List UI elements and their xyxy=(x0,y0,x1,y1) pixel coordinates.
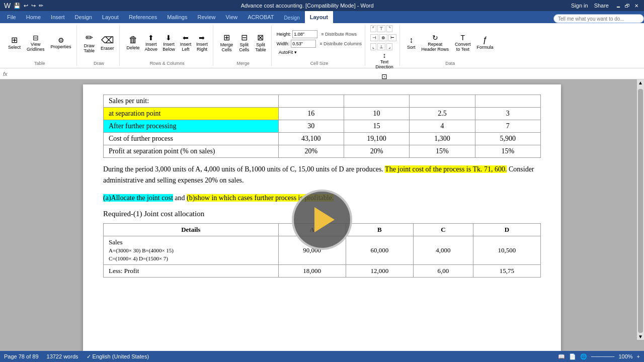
insert-right-btn[interactable]: ➡InsertRight xyxy=(194,33,210,53)
repeat-header-btn[interactable]: ↻RepeatHeader Rows xyxy=(420,33,451,53)
save-icon[interactable]: 💾 xyxy=(14,3,21,9)
redo-icon[interactable]: ↪ xyxy=(31,3,36,9)
table-row: Less: Profit 18,000 12,000 6,00 15,75 xyxy=(104,265,541,278)
tab-mailings[interactable]: Mailings xyxy=(162,11,192,23)
sales-b-val: 60,000 xyxy=(346,236,413,265)
psp-d-val: 15% xyxy=(475,145,540,158)
tab-acrobat[interactable]: ACROBAT xyxy=(243,11,279,23)
ribbon-tabs: File Home Insert Design Layout Reference… xyxy=(0,11,644,23)
insert-left-btn[interactable]: ⬅InsertLeft xyxy=(178,33,194,53)
split-cells-btn[interactable]: ⊟SplitCells xyxy=(237,32,251,53)
sales-c-val: 4,000 xyxy=(413,236,473,265)
profit-c-val: 6,00 xyxy=(413,265,473,278)
delete-btn[interactable]: 🗑Delete xyxy=(125,34,142,51)
align-br-btn[interactable]: ⌟ xyxy=(386,43,392,50)
table-row: at separation point 16 10 2.5 3 xyxy=(104,108,541,120)
scroll-thumb[interactable] xyxy=(638,89,643,333)
ribbon-group-data: ↕Sort ↻RepeatHeader Rows TConvertto Text… xyxy=(402,25,499,66)
paragraph-1: During the period 3,000 units of A, 4,00… xyxy=(103,164,541,187)
tab-references[interactable]: References xyxy=(124,11,162,23)
select-btn[interactable]: ⊞Select xyxy=(6,34,23,51)
height-input[interactable] xyxy=(292,30,317,38)
restore-btn[interactable]: 🗗 xyxy=(624,2,631,9)
title-bar-left: W 💾 ↩ ↪ ✏ xyxy=(4,2,43,10)
undo-icon[interactable]: ↩ xyxy=(24,3,28,9)
separation-point-cell: at separation point xyxy=(104,108,279,120)
scroll-up-btn[interactable]: ▲ xyxy=(637,80,643,86)
align-ml-btn[interactable]: ⊣ xyxy=(370,34,378,41)
convert-to-text-btn[interactable]: TConvertto Text xyxy=(453,33,473,53)
text-direction-btn[interactable]: ↕TextDirection xyxy=(373,50,395,70)
align-mr-btn[interactable]: ⊢ xyxy=(388,34,396,41)
zoom-in-btn[interactable]: + xyxy=(637,353,640,359)
cfp-c-val: 1,300 xyxy=(410,133,475,145)
formula-btn[interactable]: ƒFormula xyxy=(475,35,496,51)
eraser-btn[interactable]: ⌫Eraser xyxy=(99,34,116,52)
insert-below-btn[interactable]: ⬇InsertBelow xyxy=(160,33,177,53)
align-btns-row3: ⌞ ⊥ ⌟ xyxy=(370,43,392,50)
merge-cells-btn[interactable]: ⊞MergeCells xyxy=(218,32,235,53)
draw-table-btn[interactable]: ✏DrawTable xyxy=(82,31,97,54)
tab-table-layout[interactable]: Layout xyxy=(305,11,333,23)
status-left: Page 78 of 89 13722 words ✓ English (Uni… xyxy=(4,353,149,360)
scrollbar[interactable]: ▲ ▼ xyxy=(637,79,644,340)
status-right: 📖 📄 🌐 ────── 100% + xyxy=(558,353,640,360)
language: ✓ English (United States) xyxy=(87,353,149,360)
tab-insert[interactable]: Insert xyxy=(46,11,70,23)
ribbon-group-alignment: ⌜ ⊤ ⌝ ⊣ ⊕ ⊢ ⌞ ⊥ ⌟ ↕TextDirection ⊡CellMa… xyxy=(367,25,400,66)
search-input[interactable] xyxy=(553,14,644,23)
tab-table-design[interactable]: Design xyxy=(279,11,305,23)
ribbon-group-merge: ⊞MergeCells ⊟SplitCells ⊠SplitTable Merg… xyxy=(215,25,272,66)
fp-d-val: 7 xyxy=(475,120,540,133)
zoom-slider[interactable]: ────── xyxy=(591,353,615,359)
web-layout-btn[interactable]: 🌐 xyxy=(580,353,587,360)
align-bc-btn[interactable]: ⊥ xyxy=(377,43,385,50)
align-tr-btn[interactable]: ⌝ xyxy=(386,25,392,32)
psp-a-val: 20% xyxy=(278,145,344,158)
view-gridlines-btn[interactable]: ⊟ViewGridlines xyxy=(25,33,47,53)
tab-view[interactable]: View xyxy=(221,11,243,23)
share-btn[interactable]: Share xyxy=(594,3,609,9)
table-group-btns: ⊞Select ⊟ViewGridlines ⚙Properties xyxy=(6,25,73,60)
psp-c-val: 15% xyxy=(410,145,475,158)
minimize-btn[interactable]: 🗕 xyxy=(615,2,622,9)
insert-above-btn[interactable]: ⬆InsertAbove xyxy=(143,33,160,53)
width-row: Width: ≡ Distribute Columns xyxy=(277,40,362,48)
scroll-down-btn[interactable]: ▼ xyxy=(637,334,643,340)
sales-per-unit-label: Sales per unit: xyxy=(104,95,279,108)
distribute-cols-btn[interactable]: ≡ Distribute Columns xyxy=(319,41,362,46)
tab-home[interactable]: Home xyxy=(21,11,46,23)
tab-layout[interactable]: Layout xyxy=(97,11,124,23)
further-processing-cell: After further processing xyxy=(104,120,279,133)
close-btn[interactable]: ✕ xyxy=(633,2,640,9)
title-bar-right: Sign in Share 🗕 🗗 ✕ xyxy=(571,2,640,9)
profit-sep-cell: Profit at separation point (% on sales) xyxy=(104,145,279,158)
align-tc-btn[interactable]: ⊤ xyxy=(377,25,385,32)
play-button[interactable] xyxy=(292,190,352,250)
document: Sales per unit: at separation point 16 1… xyxy=(83,84,561,351)
align-bl-btn[interactable]: ⌞ xyxy=(370,43,376,50)
print-layout-btn[interactable]: 📄 xyxy=(569,353,576,360)
properties-btn[interactable]: ⚙Properties xyxy=(49,35,73,50)
distribute-rows-btn[interactable]: ≡ Distribute Rows xyxy=(321,32,357,37)
profit-b-val: 12,000 xyxy=(346,265,413,278)
upper-table: Sales per unit: at separation point 16 1… xyxy=(103,95,541,158)
merge-btns: ⊞MergeCells ⊟SplitCells ⊠SplitTable xyxy=(218,25,268,60)
signin-btn[interactable]: Sign in xyxy=(571,3,588,9)
sort-btn[interactable]: ↕Sort xyxy=(405,35,418,51)
tab-review[interactable]: Review xyxy=(193,11,221,23)
document-area: Sales per unit: at separation point 16 1… xyxy=(0,79,644,351)
d-header: D xyxy=(473,224,540,236)
tab-file[interactable]: File xyxy=(2,11,21,23)
rows-cols-btns: 🗑Delete ⬆InsertAbove ⬇InsertBelow ⬅Inser… xyxy=(125,25,210,60)
align-mc-btn[interactable]: ⊕ xyxy=(379,34,387,41)
sales-d-val: 10,500 xyxy=(473,236,540,265)
autofit-btn[interactable]: AutoFit ▾ xyxy=(277,49,299,55)
table-row: Sales per unit: xyxy=(104,95,541,108)
split-table-btn[interactable]: ⊠SplitTable xyxy=(253,32,268,53)
read-mode-btn[interactable]: 📖 xyxy=(558,353,565,360)
tab-design[interactable]: Design xyxy=(70,11,97,23)
align-tl-btn[interactable]: ⌜ xyxy=(370,25,376,32)
customize-icon[interactable]: ✏ xyxy=(39,3,43,9)
width-input[interactable] xyxy=(291,40,316,48)
